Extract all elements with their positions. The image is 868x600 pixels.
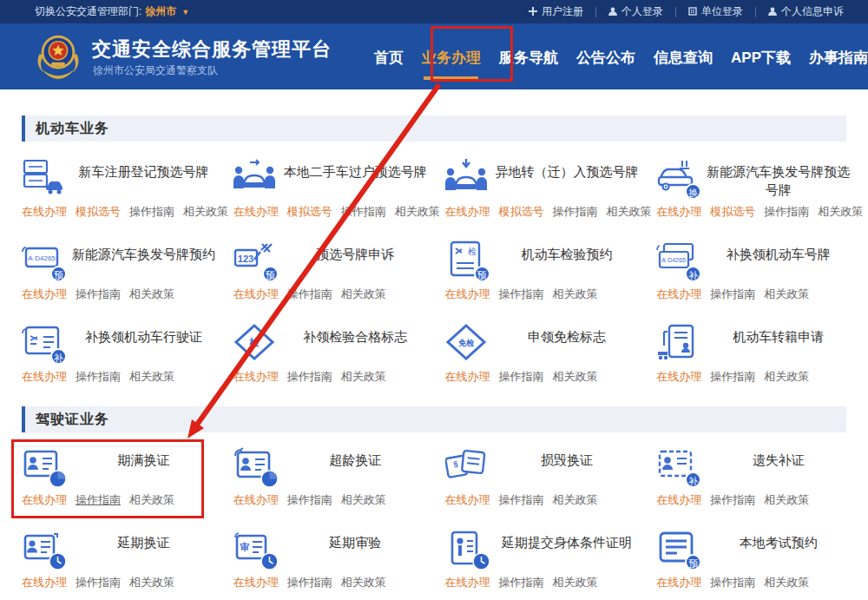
topbar-link[interactable]: 个人登录 <box>596 4 675 19</box>
link-模拟选号[interactable]: 模拟选号 <box>76 205 121 218</box>
link-在线办理[interactable]: 在线办理 <box>656 576 701 589</box>
service-title[interactable]: 遗失补证 <box>707 451 850 469</box>
service-title[interactable]: 补领检验合格标志 <box>284 327 427 346</box>
link-在线办理[interactable]: 在线办理 <box>22 370 67 383</box>
nav-item-业务办理[interactable]: 业务办理 <box>422 44 481 80</box>
link-在线办理[interactable]: 在线办理 <box>445 287 490 300</box>
service-title[interactable]: 延期审验 <box>284 533 427 551</box>
link-在线办理[interactable]: 在线办理 <box>233 370 279 383</box>
link-操作指南[interactable]: 操作指南 <box>710 370 755 383</box>
link-相关政策[interactable]: 相关政策 <box>607 205 652 218</box>
link-相关政策[interactable]: 相关政策 <box>341 576 386 589</box>
link-操作指南[interactable]: 操作指南 <box>341 205 386 218</box>
link-操作指南[interactable]: 操作指南 <box>129 205 174 218</box>
link-相关政策[interactable]: 相关政策 <box>764 287 809 300</box>
service-title[interactable]: 本地二手车过户预选号牌 <box>284 162 427 181</box>
link-相关政策[interactable]: 相关政策 <box>764 370 809 383</box>
service-title[interactable]: 异地转（迁）入预选号牌 <box>496 162 639 181</box>
topbar-link[interactable]: 个人信息申诉 <box>756 4 856 19</box>
link-操作指南[interactable]: 操作指南 <box>76 576 121 589</box>
link-模拟选号[interactable]: 模拟选号 <box>499 205 544 218</box>
link-在线办理[interactable]: 在线办理 <box>233 287 279 300</box>
link-相关政策[interactable]: 相关政策 <box>129 576 174 589</box>
service-title[interactable]: 补换领机动车号牌 <box>707 245 850 263</box>
link-操作指南[interactable]: 操作指南 <box>499 576 544 589</box>
link-相关政策[interactable]: 相关政策 <box>183 205 228 218</box>
link-操作指南[interactable]: 操作指南 <box>553 205 598 218</box>
link-在线办理[interactable]: 在线办理 <box>22 205 67 218</box>
link-操作指南[interactable]: 操作指南 <box>710 576 755 589</box>
service-title[interactable]: 损毁换证 <box>496 451 639 469</box>
person-icon <box>608 6 617 18</box>
link-操作指南[interactable]: 操作指南 <box>764 205 809 218</box>
link-在线办理[interactable]: 在线办理 <box>22 287 67 300</box>
nav-item-服务导航[interactable]: 服务导航 <box>499 44 558 80</box>
link-相关政策[interactable]: 相关政策 <box>553 287 598 300</box>
link-相关政策[interactable]: 相关政策 <box>341 493 386 506</box>
link-在线办理[interactable]: 在线办理 <box>233 493 279 506</box>
link-模拟选号[interactable]: 模拟选号 <box>287 205 332 218</box>
link-在线办理[interactable]: 在线办理 <box>656 287 701 300</box>
link-操作指南[interactable]: 操作指南 <box>287 370 332 383</box>
link-操作指南[interactable]: 操作指南 <box>710 287 755 300</box>
link-模拟选号[interactable]: 模拟选号 <box>710 205 755 218</box>
link-在线办理[interactable]: 在线办理 <box>656 205 701 218</box>
doc-person-car-icon <box>656 323 700 363</box>
link-操作指南[interactable]: 操作指南 <box>499 370 544 383</box>
link-在线办理[interactable]: 在线办理 <box>445 370 490 383</box>
topbar-link[interactable]: 用户注册 <box>516 4 595 19</box>
link-操作指南[interactable]: 操作指南 <box>499 493 544 506</box>
service-title[interactable]: 机动车检验预约 <box>496 245 639 263</box>
link-相关政策[interactable]: 相关政策 <box>764 493 809 506</box>
service-title[interactable]: 补换领机动车行驶证 <box>72 327 215 346</box>
service-title[interactable]: 延期换证 <box>72 533 215 551</box>
service-title[interactable]: 预选号牌申诉 <box>284 245 427 263</box>
link-操作指南[interactable]: 操作指南 <box>287 576 332 589</box>
service-title[interactable]: 新能源汽车换发号牌预选号牌 <box>707 162 850 199</box>
link-在线办理[interactable]: 在线办理 <box>233 205 279 218</box>
region-name[interactable]: 徐州市 <box>145 4 176 19</box>
nav-item-APP下载[interactable]: APP下载 <box>731 44 791 80</box>
link-操作指南[interactable]: 操作指南 <box>76 287 121 300</box>
link-操作指南[interactable]: 操作指南 <box>287 287 332 300</box>
link-在线办理[interactable]: 在线办理 <box>22 576 67 589</box>
link-相关政策[interactable]: 相关政策 <box>129 370 174 383</box>
service-title[interactable]: 本地考试预约 <box>707 533 850 551</box>
nav-item-首页[interactable]: 首页 <box>374 44 404 80</box>
service-title[interactable]: 申领免检标志 <box>496 327 639 346</box>
service-title[interactable]: 超龄换证 <box>284 451 427 469</box>
link-在线办理[interactable]: 在线办理 <box>445 576 490 589</box>
nav-item-信息查询[interactable]: 信息查询 <box>654 44 713 80</box>
department-switcher[interactable]: 切换公安交通管理部门: 徐州市 ▼ <box>35 4 189 19</box>
link-在线办理[interactable]: 在线办理 <box>656 493 701 506</box>
link-相关政策[interactable]: 相关政策 <box>129 287 174 300</box>
link-操作指南[interactable]: 操作指南 <box>76 370 121 383</box>
link-在线办理[interactable]: 在线办理 <box>656 370 701 383</box>
nav-item-公告公布[interactable]: 公告公布 <box>576 44 635 80</box>
link-相关政策[interactable]: 相关政策 <box>553 493 598 506</box>
service-title[interactable]: 机动车转籍申请 <box>707 327 850 346</box>
link-相关政策[interactable]: 相关政策 <box>395 205 440 218</box>
link-相关政策[interactable]: 相关政策 <box>129 493 174 506</box>
link-相关政策[interactable]: 相关政策 <box>818 205 863 218</box>
service-title[interactable]: 新车注册登记预选号牌 <box>72 162 215 181</box>
organization-icon <box>688 6 697 18</box>
link-相关政策[interactable]: 相关政策 <box>553 576 598 589</box>
service-title[interactable]: 延期提交身体条件证明 <box>496 533 639 551</box>
link-相关政策[interactable]: 相关政策 <box>553 370 598 383</box>
link-操作指南[interactable]: 操作指南 <box>710 493 755 506</box>
link-在线办理[interactable]: 在线办理 <box>445 493 490 506</box>
topbar-link[interactable]: 单位登录 <box>676 4 755 19</box>
link-操作指南[interactable]: 操作指南 <box>76 493 121 506</box>
link-在线办理[interactable]: 在线办理 <box>445 205 490 218</box>
link-在线办理[interactable]: 在线办理 <box>22 493 67 506</box>
link-操作指南[interactable]: 操作指南 <box>287 493 332 506</box>
nav-item-办事指南[interactable]: 办事指南 <box>809 44 868 80</box>
link-在线办理[interactable]: 在线办理 <box>233 576 279 589</box>
link-操作指南[interactable]: 操作指南 <box>499 287 544 300</box>
service-title[interactable]: 期满换证 <box>72 451 215 469</box>
service-title[interactable]: 新能源汽车换发号牌预约 <box>72 245 215 263</box>
link-相关政策[interactable]: 相关政策 <box>764 576 809 589</box>
link-相关政策[interactable]: 相关政策 <box>341 370 386 383</box>
link-相关政策[interactable]: 相关政策 <box>341 287 386 300</box>
